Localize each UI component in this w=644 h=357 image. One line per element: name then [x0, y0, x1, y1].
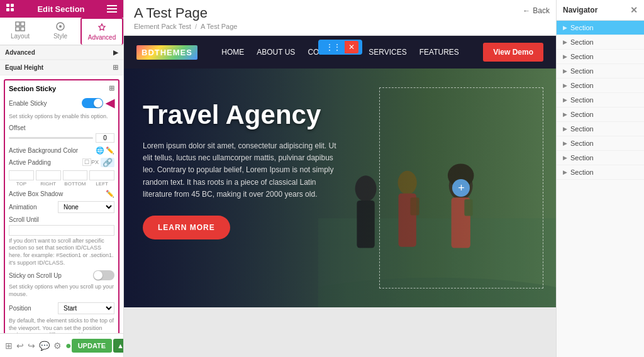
padding-responsive-icon[interactable]: ☐	[82, 158, 91, 166]
active-bg-color-row: Active Background Color 🌐 ✏️	[9, 146, 114, 155]
menu-icon[interactable]	[107, 5, 117, 13]
section-sticky-box: Section Sticky ⊞ Enable Sticky ◀ Set sti…	[4, 79, 119, 333]
grid-bottom-icon[interactable]: ⊞	[5, 341, 13, 351]
nav-item-8[interactable]: ▶ Section	[557, 136, 644, 151]
hero-cta-button[interactable]: LEARN MORE	[143, 216, 230, 239]
nav-about[interactable]: ABOUT US	[257, 48, 295, 57]
update-group: UPDATE ▲	[72, 339, 124, 353]
svg-rect-2	[6, 8, 9, 11]
check-icon[interactable]: ●	[65, 340, 72, 351]
float-close-btn[interactable]: ✕	[345, 41, 358, 53]
history-icon[interactable]: ↩	[16, 341, 24, 351]
equal-height-section-header[interactable]: Equal Height ⊞	[0, 60, 123, 75]
global-icon[interactable]: 🌐	[96, 146, 104, 155]
breadcrumb: Element Pack Test / A Test Page	[134, 23, 237, 30]
tab-layout[interactable]: Layout	[0, 18, 40, 45]
navigator-close-button[interactable]: ✕	[630, 5, 638, 15]
right-panel: Navigator ✕ ▶ Section ▶ Section ▶ Sectio…	[556, 0, 644, 357]
nav-item-7[interactable]: ▶ Section	[557, 122, 644, 136]
sticky-scroll-up-row: Sticky on Scroll Up	[9, 270, 114, 280]
hero-content: Travel Agency Lorem ipsum dolor sit amet…	[124, 69, 362, 307]
canvas-area: ⋮⋮ ✕ BDTHEMES HOME ABOUT US CONTACT US S…	[124, 36, 556, 357]
tab-style[interactable]: Style	[40, 18, 80, 45]
advanced-section-header[interactable]: Advanced ▶	[0, 45, 123, 60]
left-panel: Edit Section Layout Style Ad	[0, 0, 124, 357]
offset-input[interactable]	[96, 133, 114, 143]
selection-overlay[interactable]: +	[379, 87, 543, 288]
chat-icon[interactable]: 💬	[39, 341, 50, 351]
active-box-shadow-row: Active Box Shadow ✏️	[9, 190, 114, 198]
section-sticky-header: Section Sticky ⊞	[9, 84, 114, 92]
demo-button[interactable]: View Demo	[483, 43, 543, 62]
box-shadow-edit-icon[interactable]: ✏️	[106, 190, 114, 198]
animation-row: Animation None Fade Slide	[9, 201, 114, 213]
svg-rect-1	[11, 4, 14, 7]
bottom-toolbar: ⊞ ↩ ↪ 💬 ⚙ ● UPDATE ▲	[0, 333, 123, 357]
active-padding-row: Active Padding ☐ PX 🔗	[9, 158, 114, 167]
add-widget-button[interactable]: +	[452, 179, 470, 197]
svg-rect-4	[16, 22, 19, 26]
panel-title: Edit Section	[37, 4, 84, 14]
main-canvas: A Test Page Element Pack Test / A Test P…	[124, 0, 556, 357]
tab-advanced[interactable]: Advanced	[80, 18, 123, 45]
nav-item-2[interactable]: ▶ Section	[557, 50, 644, 64]
padding-bottom[interactable]	[63, 170, 88, 180]
scroll-until-group: Scroll Until If you don't want to scroll…	[9, 216, 114, 267]
panel-content: Advanced ▶ Equal Height ⊞ Section Sticky…	[0, 45, 123, 333]
nav-features[interactable]: FEATURES	[419, 48, 459, 57]
svg-rect-7	[21, 27, 25, 31]
nav-item-1[interactable]: ▶ Section	[557, 35, 644, 50]
hero-body: Lorem ipsum dolor sit amet, consectetur …	[143, 140, 343, 200]
edit-icon[interactable]: ✏️	[106, 146, 114, 155]
position-row: Position Start Center End	[9, 302, 114, 314]
svg-rect-3	[11, 8, 14, 11]
padding-left[interactable]	[89, 170, 114, 180]
nav-services[interactable]: SERVICES	[369, 48, 406, 57]
nav-item-0[interactable]: ▶ Section	[557, 21, 644, 35]
tabs-row: Layout Style Advanced	[0, 18, 123, 45]
site-logo: BDTHEMES	[136, 45, 197, 60]
sticky-scroll-up-toggle[interactable]	[93, 270, 114, 280]
nav-item-4[interactable]: ▶ Section	[557, 79, 644, 93]
padding-link-icon[interactable]: 🔗	[101, 158, 114, 167]
navigator-items: ▶ Section ▶ Section ▶ Section ▶ Section …	[557, 21, 644, 357]
back-arrow-icon: ←	[523, 6, 530, 15]
svg-rect-6	[16, 27, 19, 31]
float-toolbar: ⋮⋮ ✕	[318, 40, 362, 55]
animation-select[interactable]: None Fade Slide	[58, 201, 114, 213]
float-move-btn[interactable]: ⋮⋮	[322, 41, 345, 53]
nav-item-3[interactable]: ▶ Section	[557, 64, 644, 79]
nav-item-9[interactable]: ▶ Section	[557, 151, 644, 165]
svg-rect-0	[6, 4, 9, 7]
settings-bottom-icon[interactable]: ⚙	[53, 341, 62, 351]
update-dropdown-button[interactable]: ▲	[113, 339, 124, 353]
advanced-arrow: ▶	[113, 49, 118, 56]
bottom-icons: ⊞ ↩ ↪ 💬 ⚙ ●	[5, 340, 72, 351]
hero-section: Travel Agency Lorem ipsum dolor sit amet…	[124, 69, 556, 307]
back-button[interactable]: ← Back	[523, 6, 550, 15]
nav-home[interactable]: HOME	[221, 48, 244, 57]
svg-rect-5	[21, 22, 25, 26]
nav-item-6[interactable]: ▶ Section	[557, 107, 644, 122]
padding-top[interactable]	[9, 170, 34, 180]
offset-slider[interactable]	[9, 137, 93, 139]
nav-item-10[interactable]: ▶ Section	[557, 165, 644, 180]
scroll-until-input[interactable]	[9, 225, 114, 236]
grid-icon[interactable]	[6, 4, 15, 14]
enable-sticky-toggle[interactable]	[82, 98, 103, 108]
padding-grid	[9, 170, 114, 180]
position-select[interactable]: Start Center End	[58, 302, 114, 314]
offset-group: Offset	[9, 124, 114, 143]
redo-icon[interactable]: ↪	[28, 341, 35, 351]
padding-right[interactable]	[36, 170, 61, 180]
panel-header: Edit Section	[0, 0, 123, 18]
equal-height-icon: ⊞	[113, 63, 118, 72]
hero-title: Travel Agency	[143, 100, 343, 130]
navigator-header: Navigator ✕	[557, 0, 644, 21]
canvas-topbar: A Test Page Element Pack Test / A Test P…	[124, 0, 556, 36]
update-button[interactable]: UPDATE	[72, 339, 112, 353]
nav-item-5[interactable]: ▶ Section	[557, 93, 644, 107]
enable-sticky-row: Enable Sticky ◀	[9, 96, 114, 110]
red-arrow: ◀	[106, 96, 114, 110]
page-title: A Test Page	[134, 5, 237, 21]
